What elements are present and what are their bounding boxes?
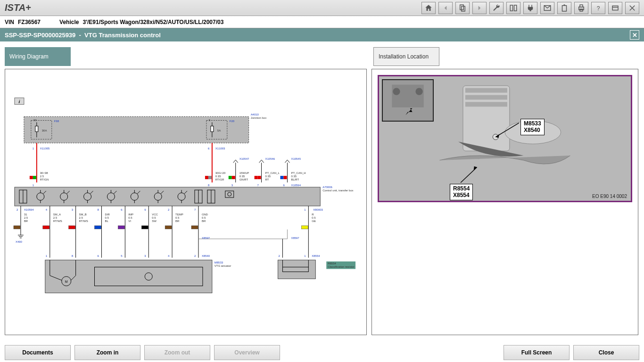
svg-text:SM_A: SM_A [53, 213, 61, 216]
svg-rect-69 [280, 176, 283, 179]
svg-text:Junction box: Junction box [251, 116, 267, 119]
svg-rect-161 [191, 226, 198, 229]
svg-text:15WUP: 15WUP [239, 172, 249, 174]
mail-icon[interactable] [540, 2, 554, 14]
svg-text:3: 3 [144, 255, 146, 257]
svg-rect-221 [465, 95, 507, 100]
svg-text:SM_B: SM_B [79, 213, 87, 216]
svg-rect-45 [205, 176, 208, 179]
tab-installation-location[interactable]: Installation Location [373, 47, 439, 66]
svg-text:0.5: 0.5 [175, 216, 180, 219]
wrench-icon[interactable] [489, 2, 504, 14]
close-doc-icon[interactable]: ✕ [630, 30, 639, 40]
svg-rect-70 [283, 176, 287, 179]
svg-text:7: 7 [257, 184, 259, 187]
svg-text:3: 3 [72, 208, 74, 211]
print-icon[interactable] [574, 2, 588, 14]
svg-text:2: 2 [278, 255, 280, 257]
svg-text:0.5: 0.5 [105, 216, 109, 219]
svg-text:BL/RT: BL/RT [291, 178, 299, 181]
plug-icon[interactable] [523, 2, 537, 14]
svg-text:A70006: A70006 [322, 186, 332, 189]
svg-rect-137 [95, 226, 101, 229]
zoom-in-button[interactable]: Zoom in [74, 345, 140, 360]
svg-text:X490: X490 [16, 240, 23, 243]
svg-text:1: 1 [46, 255, 48, 257]
location-label-1: M8533X8540 [520, 119, 545, 135]
svg-text:2.5: 2.5 [53, 216, 58, 219]
app-title: ISTA+ [5, 2, 421, 13]
svg-text:9: 9 [144, 208, 146, 211]
fwd-icon[interactable] [472, 2, 487, 14]
svg-text:RT: RT [265, 178, 269, 181]
location-label-2: R8554X8554 [450, 184, 473, 200]
svg-text:BR: BR [24, 220, 28, 222]
svg-text:1: 1 [304, 255, 306, 257]
svg-rect-167 [301, 226, 308, 229]
svg-text:5: 5 [121, 255, 123, 257]
svg-text:BL: BL [105, 220, 108, 222]
svg-text:DIR: DIR [105, 213, 110, 216]
svg-rect-149 [141, 226, 148, 229]
tab-wiring-diagram[interactable]: Wiring Diagram [5, 47, 71, 66]
svg-rect-18 [31, 120, 52, 139]
wiring-diagram-svg[interactable]: i A4010 Junction box 30 30A F38 5 5A F20… [5, 69, 366, 335]
svg-text:31: 31 [24, 213, 27, 216]
svg-text:4: 4 [46, 208, 48, 211]
svg-text:8: 8 [72, 255, 74, 257]
svg-rect-125 [43, 226, 50, 229]
svg-text:M8533: M8533 [215, 261, 223, 264]
svg-text:3: 3 [231, 184, 233, 187]
copy-icon[interactable] [455, 2, 470, 14]
svg-rect-36 [30, 176, 33, 179]
svg-text:0.35: 0.35 [265, 175, 271, 178]
svg-rect-61 [255, 176, 258, 179]
svg-text:0.5: 0.5 [202, 216, 206, 219]
svg-text:X10594: X10594 [24, 208, 34, 211]
svg-text:R8554: R8554 [328, 262, 336, 265]
window-icon[interactable] [608, 2, 622, 14]
back-icon[interactable] [438, 2, 453, 14]
svg-rect-24 [206, 120, 227, 139]
svg-text:6: 6 [97, 255, 99, 257]
svg-text:30A: 30A [42, 129, 47, 132]
svg-text:TEMP: TEMP [175, 213, 183, 216]
svg-text:RT/WS: RT/WS [79, 220, 88, 222]
close-button[interactable]: Close [573, 345, 639, 360]
battery-icon[interactable] [557, 2, 571, 14]
home-icon[interactable] [421, 2, 436, 14]
svg-text:30G<20: 30G<20 [215, 172, 226, 174]
svg-text:1: 1 [33, 147, 34, 150]
svg-text:30<38: 30<38 [40, 172, 48, 174]
svg-text:F38: F38 [54, 120, 59, 123]
svg-text:VI: VI [128, 220, 131, 222]
svg-rect-220 [465, 88, 507, 93]
svg-text:?: ? [597, 5, 600, 11]
svg-text:X8540: X8540 [202, 255, 210, 257]
svg-rect-2 [510, 5, 512, 11]
svg-text:5A: 5A [217, 129, 221, 132]
svg-rect-8 [580, 5, 583, 7]
svg-text:GE: GE [312, 220, 316, 222]
svg-text:0.35: 0.35 [291, 175, 297, 178]
svg-rect-155 [165, 226, 172, 229]
svg-text:PT_CAN_H: PT_CAN_H [291, 172, 305, 174]
documents-button[interactable]: Documents [5, 345, 71, 360]
svg-rect-46 [208, 176, 212, 179]
full-screen-button[interactable]: Full Screen [504, 345, 570, 360]
svg-text:R: R [312, 213, 314, 216]
svg-rect-11 [612, 6, 618, 10]
layout-icon[interactable] [506, 2, 520, 14]
svg-text:GND: GND [202, 213, 208, 216]
svg-text:2.5: 2.5 [40, 175, 44, 178]
close-app-icon[interactable] [625, 2, 639, 14]
svg-text:X11003: X11003 [215, 147, 225, 150]
svg-text:RT/WS: RT/WS [53, 220, 62, 222]
svg-text:GN/RT: GN/RT [239, 178, 248, 181]
wiring-diagram-panel: i A4010 Junction box 30 30A F38 5 5A F20… [5, 69, 367, 335]
document-bar: SSP-SSP-SP0000025939 - VTG Transmission … [0, 28, 644, 41]
svg-text:2: 2 [168, 208, 170, 211]
location-image[interactable]: M8533X8540 R8554X8554 EO E90 14 0002 [378, 75, 632, 202]
help-icon[interactable]: ? [591, 2, 605, 14]
svg-text:0.5: 0.5 [128, 216, 132, 219]
